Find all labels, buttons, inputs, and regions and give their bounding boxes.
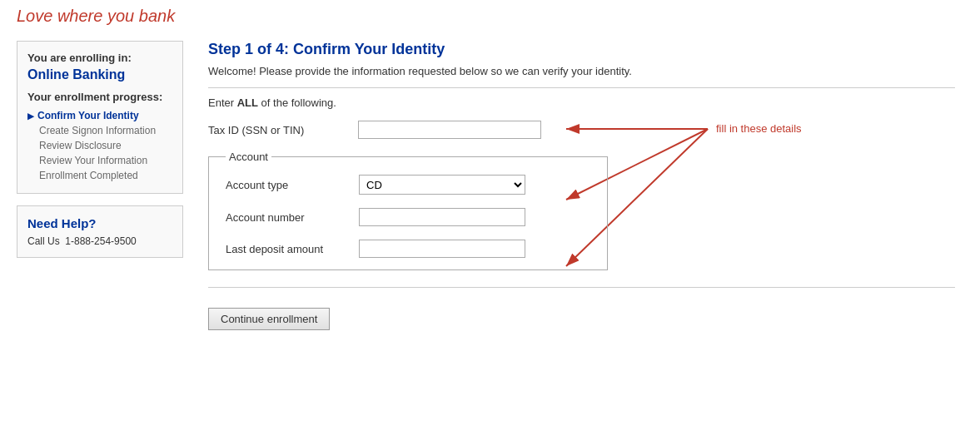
continue-enrollment-button[interactable]: Continue enrollment [208, 308, 330, 330]
account-type-row: Account type CD Checking Savings [226, 175, 590, 195]
enter-all-text: Enter ALL of the following. [208, 96, 955, 109]
last-deposit-row: Last deposit amount [226, 240, 590, 258]
header-logo: Love where you bank [0, 0, 980, 32]
account-legend: Account [226, 151, 271, 163]
last-deposit-input[interactable] [359, 240, 525, 258]
main-content: Step 1 of 4: Confirm Your Identity Welco… [200, 41, 963, 330]
divider-bottom [208, 287, 955, 288]
sidebar-item-enrollment-completed: Enrollment Completed [27, 168, 172, 183]
tax-id-row: Tax ID (SSN or TIN) [208, 121, 541, 139]
sidebar-item-review-info: Review Your Information [27, 153, 172, 168]
account-number-input[interactable] [359, 208, 525, 226]
divider-top [208, 87, 955, 88]
account-type-label: Account type [226, 179, 359, 191]
tax-id-input[interactable] [358, 121, 541, 139]
need-help-title: Need Help? [27, 216, 172, 230]
enrolling-label: You are enrolling in: [27, 52, 172, 64]
product-name: Online Banking [27, 67, 172, 82]
step-description: Welcome! Please provide the information … [208, 65, 955, 77]
account-number-row: Account number [226, 208, 590, 226]
last-deposit-label: Last deposit amount [226, 243, 359, 255]
svg-text:fill in these details: fill in these details [716, 122, 802, 135]
sidebar-item-review-disclosure: Review Disclosure [27, 138, 172, 153]
need-help-box: Need Help? Call Us 1-888-254-9500 [17, 205, 183, 258]
call-info: Call Us 1-888-254-9500 [27, 235, 172, 247]
sidebar: You are enrolling in: Online Banking You… [17, 41, 183, 330]
account-type-select[interactable]: CD Checking Savings [359, 175, 525, 195]
progress-label: Your enrollment progress: [27, 91, 172, 103]
tax-id-label: Tax ID (SSN or TIN) [208, 124, 358, 136]
account-fieldset: Account Account type CD Checking Savings… [208, 151, 608, 270]
enrollment-info-box: You are enrolling in: Online Banking You… [17, 41, 183, 194]
account-number-label: Account number [226, 211, 359, 224]
sidebar-item-create-signon: Create Signon Information [27, 123, 172, 138]
sidebar-item-confirm-identity: Confirm Your Identity [27, 108, 172, 123]
step-title: Step 1 of 4: Confirm Your Identity [208, 41, 955, 58]
